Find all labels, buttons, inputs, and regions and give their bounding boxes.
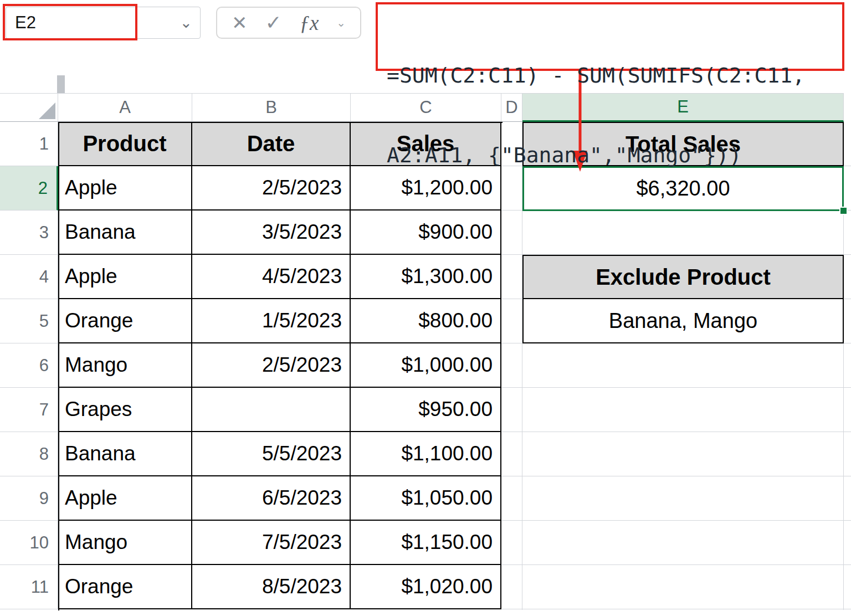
cell-e4-exclude-product-header[interactable]: Exclude Product: [522, 255, 844, 299]
cell-a8[interactable]: Banana: [58, 432, 192, 476]
cell-a6[interactable]: Mango: [58, 343, 192, 388]
column-header-b[interactable]: B: [192, 93, 351, 122]
cell-b8[interactable]: 5/5/2023: [192, 432, 351, 476]
row-header-2-selected[interactable]: 2: [0, 166, 58, 211]
cell-c7[interactable]: $950.00: [351, 388, 501, 432]
cell-a10[interactable]: Mango: [58, 521, 192, 565]
cell-a5[interactable]: Orange: [58, 299, 192, 343]
row-header-3[interactable]: 3: [0, 211, 58, 255]
cell-c11[interactable]: $1,020.00: [351, 565, 501, 609]
cell-b4[interactable]: 4/5/2023: [192, 255, 351, 299]
name-box-dropdown-icon[interactable]: ⌄: [180, 16, 192, 30]
row-header-9[interactable]: 9: [0, 476, 58, 521]
cell-a11[interactable]: Orange: [58, 565, 192, 609]
row-header-11[interactable]: 11: [0, 565, 58, 609]
cell-b2[interactable]: 2/5/2023: [192, 166, 351, 211]
row-header-5[interactable]: 5: [0, 299, 58, 343]
cell-a2[interactable]: Apple: [58, 166, 192, 211]
select-all-triangle-icon: [39, 102, 55, 119]
formula-bar-buttons: ✕ ✓ ƒx ⌄: [216, 7, 361, 39]
insert-function-icon[interactable]: ƒx: [299, 11, 319, 35]
cell-c9[interactable]: $1,050.00: [351, 476, 501, 521]
confirm-icon[interactable]: ✓: [265, 11, 281, 34]
cell-b7[interactable]: [192, 388, 351, 432]
cell-c6[interactable]: $1,000.00: [351, 343, 501, 388]
name-box-value: E2: [15, 13, 36, 33]
row-header-7[interactable]: 7: [0, 388, 58, 432]
column-header-a[interactable]: A: [58, 93, 192, 122]
row-header-8[interactable]: 8: [0, 432, 58, 476]
cell-c4[interactable]: $1,300.00: [351, 255, 501, 299]
cell-a1-product-header[interactable]: Product: [58, 122, 192, 166]
cell-b5[interactable]: 1/5/2023: [192, 299, 351, 343]
excel-window: E2 ⌄ ✕ ✓ ƒx ⌄ =SUM(C2:C11) - SUM(SUMIFS(…: [0, 0, 851, 616]
cell-b3[interactable]: 3/5/2023: [192, 211, 351, 255]
formula-line-1: =SUM(C2:C11) - SUM(SUMIFS(C2:C11,: [387, 62, 842, 89]
formula-line-2: A2:A11, {"Banana","Mango"})): [387, 142, 842, 168]
row-header-4[interactable]: 4: [0, 255, 58, 299]
formula-highlight-box: =SUM(C2:C11) - SUM(SUMIFS(C2:C11, A2:A11…: [376, 2, 844, 71]
formula-input[interactable]: =SUM(C2:C11) - SUM(SUMIFS(C2:C11, A2:A11…: [378, 4, 842, 222]
cell-b6[interactable]: 2/5/2023: [192, 343, 351, 388]
cell-b11[interactable]: 8/5/2023: [192, 565, 351, 609]
cell-a9[interactable]: Apple: [58, 476, 192, 521]
cancel-icon[interactable]: ✕: [232, 12, 248, 34]
cell-c8[interactable]: $1,100.00: [351, 432, 501, 476]
cell-b9[interactable]: 6/5/2023: [192, 476, 351, 521]
name-box[interactable]: E2 ⌄: [6, 7, 201, 39]
row-header-10[interactable]: 10: [0, 521, 58, 565]
cell-a7[interactable]: Grapes: [58, 388, 192, 432]
cell-b10[interactable]: 7/5/2023: [192, 521, 351, 565]
cell-c5[interactable]: $800.00: [351, 299, 501, 343]
cell-a4[interactable]: Apple: [58, 255, 192, 299]
fx-dropdown-icon[interactable]: ⌄: [336, 16, 346, 29]
cell-b1-date-header[interactable]: Date: [192, 122, 351, 166]
cell-e5-exclude-product-value[interactable]: Banana, Mango: [522, 299, 844, 343]
cell-a3[interactable]: Banana: [58, 211, 192, 255]
row-header-1[interactable]: 1: [0, 122, 58, 166]
row-header-6[interactable]: 6: [0, 343, 58, 388]
cell-c10[interactable]: $1,150.00: [351, 521, 501, 565]
select-all-corner[interactable]: [0, 93, 58, 122]
